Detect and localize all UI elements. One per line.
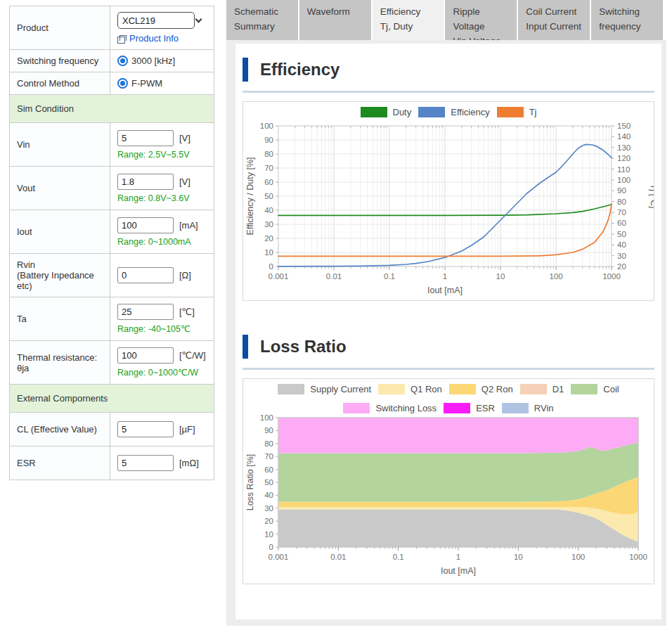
vout-range: Range: 0.8V~3.6V (117, 193, 207, 203)
control-method-radio[interactable] (117, 78, 128, 89)
svg-text:90: 90 (617, 186, 626, 195)
cl-unit: [µF] (179, 424, 195, 435)
legend-item: Efficiency (418, 107, 489, 117)
form-row-vout: Vout [V] Range: 0.8V~3.6V (10, 167, 214, 210)
form-row-iout: Iout [mA] Range: 0~1000mA (10, 210, 214, 254)
svg-text:20: 20 (617, 262, 626, 271)
legend-swatch-icon (418, 107, 445, 117)
esr-label: ESR (10, 446, 110, 480)
svg-text:0.1: 0.1 (384, 272, 395, 281)
esr-input[interactable] (117, 455, 174, 471)
switching-frequency-radio[interactable] (117, 56, 128, 66)
vin-label: Vin (10, 123, 110, 166)
svg-text:0.01: 0.01 (326, 272, 342, 281)
legend-swatch-icon (571, 384, 597, 394)
tab-schematic-summary[interactable]: SchematicSummary (226, 0, 298, 40)
svg-text:60: 60 (264, 178, 273, 186)
svg-text:40: 40 (264, 206, 273, 214)
vin-input[interactable] (117, 130, 174, 146)
vin-unit: [V] (179, 133, 190, 143)
loss-ratio-chart-legend: Supply CurrentQ1 RonQ2 RonD1CoilSwitchin… (243, 384, 654, 413)
product-label: Product (10, 6, 110, 49)
svg-text:0.01: 0.01 (330, 553, 346, 561)
section-divider (243, 368, 654, 370)
thermal-resistance-unit: [℃/W] (179, 350, 206, 361)
svg-text:Iout [mA]: Iout [mA] (441, 566, 476, 576)
section-accent-bar (243, 335, 248, 359)
legend-item: Q1 Ron (378, 384, 442, 394)
switching-frequency-radio-label: 3000 [kHz] (131, 56, 175, 66)
section-header-external-components: External Compornents (10, 385, 214, 413)
svg-text:100: 100 (260, 122, 273, 130)
control-method-label: Control Method (10, 72, 110, 94)
legend-swatch-icon (449, 384, 476, 394)
svg-text:70: 70 (264, 452, 273, 461)
svg-text:Tj [℃]: Tj [℃] (649, 184, 654, 209)
switching-frequency-label: Switching frequency (10, 50, 110, 72)
svg-text:50: 50 (264, 192, 273, 200)
vout-input[interactable] (117, 174, 174, 190)
legend-item: RVin (502, 403, 554, 413)
efficiency-title: Efficiency (260, 60, 340, 79)
form-row-thermal-resistance: Thermal resistance: θja [℃/W] Range: 0~1… (10, 341, 214, 385)
svg-text:30: 30 (617, 252, 626, 260)
svg-text:90: 90 (264, 136, 273, 144)
section-divider (243, 91, 654, 93)
svg-text:100: 100 (571, 553, 585, 561)
svg-text:1: 1 (456, 553, 460, 561)
svg-text:0: 0 (269, 262, 273, 271)
svg-text:Efficiency / Duty [%]: Efficiency / Duty [%] (245, 158, 255, 236)
svg-text:20: 20 (264, 517, 273, 525)
cl-input[interactable] (117, 421, 174, 437)
svg-text:1000: 1000 (629, 553, 647, 561)
svg-text:120: 120 (617, 154, 631, 162)
vout-label: Vout (10, 167, 110, 210)
product-info-link[interactable]: Product Info (129, 33, 179, 44)
loss-ratio-section-header: Loss Ratio (243, 301, 654, 359)
svg-text:150: 150 (617, 122, 631, 130)
thermal-resistance-input[interactable] (117, 347, 174, 364)
form-row-esr: ESR [mΩ] (10, 446, 214, 480)
tab-waveform[interactable]: Waveform (299, 0, 371, 40)
efficiency-section-header: Efficiency (243, 44, 654, 82)
rvin-unit: [Ω] (179, 270, 191, 281)
ta-input[interactable] (117, 304, 174, 320)
svg-text:100: 100 (260, 413, 273, 422)
svg-text:50: 50 (264, 478, 273, 487)
efficiency-chart-legend: DutyEfficiencyTj (243, 107, 654, 117)
legend-swatch-icon (343, 403, 370, 413)
svg-text:1000: 1000 (602, 272, 621, 281)
svg-text:10: 10 (514, 553, 523, 561)
tab-efficiency-tj-duty[interactable]: EfficiencyTj, Duty (373, 0, 444, 40)
form-row-product: Product XCL219 Product Info (10, 6, 214, 50)
svg-text:80: 80 (264, 439, 273, 448)
svg-text:0: 0 (269, 543, 273, 551)
svg-text:70: 70 (617, 208, 626, 217)
svg-text:30: 30 (264, 504, 273, 513)
rvin-label: Rvin (Battery Inpedance etc) (10, 254, 110, 297)
svg-text:10: 10 (264, 530, 273, 539)
svg-text:140: 140 (617, 132, 631, 141)
legend-swatch-icon (278, 384, 304, 394)
svg-text:80: 80 (264, 150, 273, 158)
legend-swatch-icon (378, 384, 405, 394)
product-select[interactable]: XCL219 (117, 12, 195, 29)
tab-ripple-voltage-vin-voltage[interactable]: Ripple VoltageVin Voltage (445, 0, 517, 40)
svg-text:80: 80 (617, 198, 626, 206)
rvin-input[interactable] (117, 267, 174, 283)
thermal-resistance-range: Range: 0~1000℃/W (117, 367, 207, 378)
tab-coil-current-input-current[interactable]: Coil CurrentInput Current (518, 0, 590, 40)
svg-text:70: 70 (264, 164, 273, 172)
svg-text:1: 1 (443, 272, 447, 281)
svg-text:90: 90 (264, 426, 273, 435)
legend-swatch-icon (520, 384, 547, 394)
efficiency-chart-box: DutyEfficiencyTj 01020304050607080901000… (243, 101, 654, 301)
cl-label: CL (Effective Value) (10, 413, 110, 446)
form-row-switching-frequency: Switching frequency 3000 [kHz] (10, 50, 214, 72)
section-accent-bar (243, 58, 248, 82)
vout-unit: [V] (179, 176, 190, 187)
iout-input[interactable] (117, 217, 174, 233)
form-row-ta: Ta [℃] Range: -40~105℃ (10, 297, 214, 341)
legend-swatch-icon (361, 107, 387, 117)
tab-switching-frequency[interactable]: Switchingfrequency (591, 0, 663, 40)
